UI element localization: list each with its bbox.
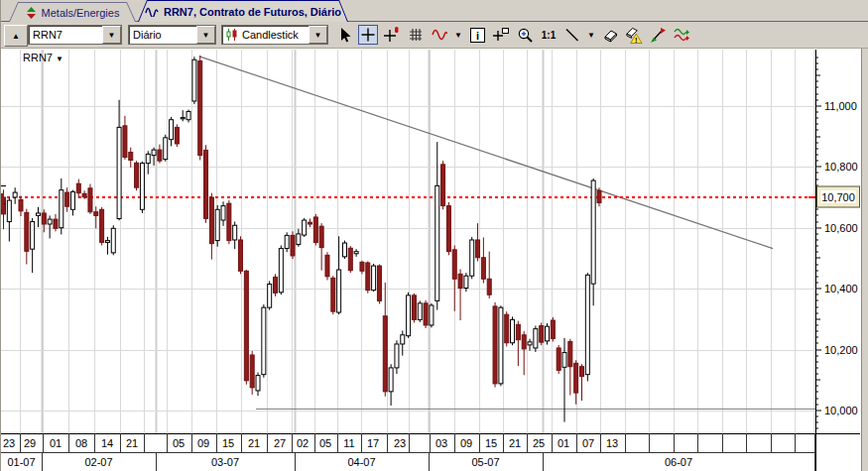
chevron-down-icon: ▼ — [56, 55, 63, 63]
vertical-gridlines — [21, 50, 815, 433]
grid-icon — [408, 27, 424, 43]
info-icon: i — [469, 27, 486, 44]
svg-text:10,000: 10,000 — [824, 405, 858, 416]
svg-text:05: 05 — [173, 437, 185, 449]
svg-text:02: 02 — [297, 437, 309, 449]
svg-text:01: 01 — [50, 437, 62, 449]
add-window-icon — [492, 26, 510, 44]
symbol-combo[interactable]: RRN7 ▼ — [28, 25, 122, 45]
svg-text:23: 23 — [3, 437, 15, 449]
svg-text:14: 14 — [101, 437, 113, 449]
svg-text:15: 15 — [222, 437, 234, 449]
chart-canvas[interactable]: 11,00010,80010,60010,40010,20010,0002329… — [1, 49, 868, 471]
svg-text:04-07: 04-07 — [347, 456, 375, 468]
svg-text:10,700: 10,700 — [821, 191, 855, 203]
tab-metals-energies[interactable]: Metals/Energies — [9, 2, 136, 22]
svg-text:27: 27 — [274, 437, 286, 449]
svg-text:01-07: 01-07 — [7, 456, 35, 468]
svg-text:25: 25 — [533, 437, 545, 449]
symbol-combo-value: RRN7 — [29, 29, 102, 41]
actual-size-button[interactable]: 1:1 — [539, 25, 558, 45]
svg-text:08: 08 — [75, 437, 87, 449]
pointer-tool-button[interactable] — [334, 25, 354, 45]
studies-wave-icon — [432, 27, 447, 43]
trendline-dropdown-caret[interactable]: ▼ — [586, 25, 596, 45]
zoom-tool-button[interactable] — [515, 25, 535, 45]
x-axis-day-row — [1, 433, 815, 453]
svg-text:29: 29 — [24, 437, 36, 449]
collapse-up-icon: ▲ — [12, 32, 20, 41]
compare-series-tool-button[interactable] — [672, 25, 691, 45]
delete-all-warning-icon: ! — [625, 26, 643, 45]
crosshair-tool-button[interactable] — [358, 25, 378, 45]
svg-text:23: 23 — [394, 437, 406, 449]
grid-tool-button[interactable] — [406, 25, 426, 45]
crosshair-values-icon — [383, 26, 401, 44]
chart-tab-strip: Metals/Energies RRN7, Contrato de Futuro… — [1, 0, 868, 22]
svg-text:21: 21 — [509, 437, 521, 449]
crosshair-icon — [360, 27, 376, 43]
svg-text:15: 15 — [485, 437, 497, 449]
trendline-tool-button[interactable] — [562, 25, 582, 45]
wave-icon — [145, 6, 159, 17]
svg-text:10,400: 10,400 — [824, 283, 858, 294]
descending-trend-line — [199, 57, 773, 249]
collapse-toolbar-button[interactable]: ▲ — [4, 25, 28, 47]
svg-text:03: 03 — [435, 437, 447, 449]
trendline-icon — [564, 27, 580, 43]
delete-all-tool-button[interactable]: ! — [624, 25, 644, 45]
tab-rrn7-chart[interactable]: RRN7, Contrato de Futuros, Diário — [138, 0, 348, 22]
svg-text:03-07: 03-07 — [211, 456, 239, 468]
svg-text:21: 21 — [248, 437, 260, 449]
trading-application-window: Metals/Energies RRN7, Contrato de Futuro… — [0, 0, 868, 471]
eraser-icon — [601, 26, 619, 44]
tab-label: RRN7, Contrato de Futuros, Diário — [164, 6, 341, 18]
period-combo[interactable]: Diário ▼ — [128, 25, 216, 45]
add-window-tool-button[interactable] — [491, 25, 511, 45]
flag-pointer-tool-button[interactable] — [648, 25, 668, 45]
svg-text:13: 13 — [606, 437, 618, 449]
chevron-down-icon[interactable]: ▼ — [196, 26, 215, 44]
chart-type-combo-value: Candlestick — [238, 29, 309, 41]
svg-text:11: 11 — [343, 437, 354, 449]
pointer-icon — [336, 27, 352, 43]
info-tool-button[interactable]: i — [467, 25, 487, 45]
tool-buttons-group: ▼ i 1:1 — [334, 25, 691, 45]
period-combo-value: Diário — [129, 29, 196, 41]
chart-region: RRN7 ▼ 11,00010,80010,60010,40010,20010,… — [1, 49, 868, 471]
svg-text:02-07: 02-07 — [84, 456, 112, 468]
svg-text:10,800: 10,800 — [824, 161, 858, 173]
svg-text:07: 07 — [582, 437, 594, 449]
candlestick-type-icon — [225, 28, 238, 42]
chevron-down-icon[interactable]: ▼ — [309, 26, 327, 44]
studies-tool-button[interactable] — [430, 25, 449, 45]
svg-text:17: 17 — [367, 437, 379, 449]
x-axis-month-row — [43, 452, 815, 471]
zoom-in-icon — [517, 27, 534, 44]
spread-arrows-icon — [26, 7, 37, 19]
svg-text:05-07: 05-07 — [471, 456, 499, 468]
flag-pointer-icon — [649, 26, 667, 44]
eraser-tool-button[interactable] — [600, 25, 620, 45]
svg-text:!: ! — [635, 35, 638, 44]
svg-text:11,000: 11,000 — [824, 100, 857, 112]
svg-text:10,200: 10,200 — [824, 344, 858, 356]
svg-text:10,600: 10,600 — [824, 222, 858, 234]
svg-text:i: i — [475, 29, 478, 41]
svg-text:21: 21 — [126, 437, 138, 449]
chevron-down-icon[interactable]: ▼ — [102, 26, 121, 44]
chart-type-combo[interactable]: Candlestick ▼ — [221, 25, 328, 45]
candles-layer — [2, 56, 601, 422]
svg-text:05: 05 — [319, 437, 331, 449]
tab-label: Metals/Energies — [42, 7, 120, 19]
svg-text:06-07: 06-07 — [665, 456, 692, 468]
svg-text:09: 09 — [460, 437, 472, 449]
window-edge-strip — [861, 49, 868, 471]
chart-symbol-text: RRN7 — [23, 52, 53, 63]
ratio-label: 1:1 — [542, 30, 556, 41]
crosshair-values-tool-button[interactable] — [382, 25, 402, 45]
studies-dropdown-caret[interactable]: ▼ — [453, 25, 463, 45]
svg-text:01: 01 — [558, 437, 569, 449]
chart-symbol-label[interactable]: RRN7 ▼ — [23, 52, 63, 63]
chart-toolbar: ▲ RRN7 ▼ Diário ▼ Candlestick ▼ — [1, 22, 868, 49]
